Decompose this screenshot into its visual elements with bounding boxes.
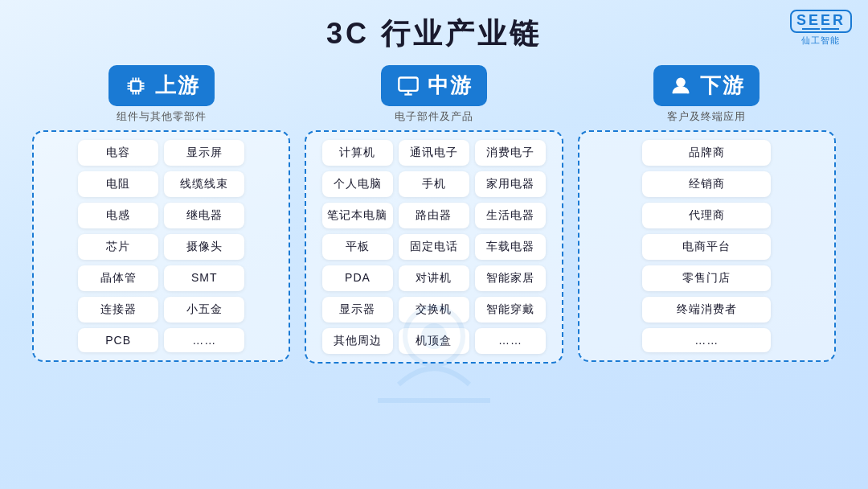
svg-point-20 — [678, 78, 685, 85]
midstream-row-3: 平板 固定电话 车载电器 — [314, 234, 553, 260]
midstream-row-1: 个人电脑 手机 家用电器 — [314, 171, 553, 197]
downstream-subtitle: 客户及终端应用 — [667, 109, 746, 124]
midstream-title: 中游 — [428, 72, 473, 100]
upstream-row-4: 晶体管 SMT — [42, 265, 280, 291]
list-item: 家用电器 — [475, 171, 546, 197]
seer-bars — [802, 28, 839, 30]
list-item: …… — [164, 328, 244, 352]
list-item: 消费电子 — [475, 140, 546, 166]
upstream-grid: 电容 显示屏 电阻 线缆线束 电感 继电器 芯片 摄像头 晶体管 SMT — [42, 140, 280, 352]
upstream-row-0: 电容 显示屏 — [42, 140, 280, 166]
list-item: 终端消费者 — [642, 297, 771, 323]
downstream-row-4: 零售门店 — [588, 265, 826, 291]
upstream-row-1: 电阻 线缆线束 — [42, 171, 280, 197]
svg-point-1 — [421, 323, 447, 349]
upstream-row-2: 电感 继电器 — [42, 203, 280, 228]
list-item: 路由器 — [399, 203, 469, 228]
downstream-row-6: …… — [588, 328, 826, 352]
main-title: 3C 行业产业链 — [0, 0, 868, 54]
list-item: 晶体管 — [78, 265, 158, 291]
list-item: 继电器 — [164, 203, 244, 228]
downstream-card: 品牌商 经销商 代理商 电商平台 零售门店 终端消费者 …… — [578, 130, 836, 362]
seer-bar-2 — [821, 28, 839, 30]
upstream-title: 上游 — [155, 72, 200, 100]
list-item: 连接器 — [78, 297, 158, 323]
upstream-column: 上游 组件与其他零部件 电容 显示屏 电阻 线缆线束 电感 继电器 芯片 — [32, 65, 290, 364]
list-item: 显示屏 — [164, 140, 244, 166]
list-item: PCB — [78, 328, 158, 352]
list-item: 电阻 — [78, 171, 158, 197]
downstream-row-3: 电商平台 — [588, 234, 826, 260]
upstream-row-6: PCB …… — [42, 328, 280, 352]
list-item: 电容 — [78, 140, 158, 166]
upstream-card: 电容 显示屏 电阻 线缆线束 电感 继电器 芯片 摄像头 晶体管 SMT — [32, 130, 290, 362]
list-item: 电商平台 — [642, 234, 771, 260]
list-item: 品牌商 — [642, 140, 771, 166]
list-item: 手机 — [399, 171, 469, 197]
upstream-subtitle: 组件与其他零部件 — [117, 109, 207, 124]
upstream-header: 上游 — [108, 65, 215, 106]
downstream-row-5: 终端消费者 — [588, 297, 826, 323]
svg-rect-4 — [132, 82, 139, 89]
person-icon — [668, 73, 694, 99]
midstream-row-0: 计算机 通讯电子 消费电子 — [314, 140, 553, 166]
downstream-row-2: 代理商 — [588, 203, 826, 228]
list-item: 摄像头 — [164, 234, 244, 260]
downstream-row-0: 品牌商 — [588, 140, 826, 166]
list-item: 笔记本电脑 — [322, 203, 393, 228]
downstream-grid: 品牌商 经销商 代理商 电商平台 零售门店 终端消费者 …… — [588, 140, 826, 352]
list-item: 个人电脑 — [322, 171, 393, 197]
downstream-title: 下游 — [700, 72, 745, 100]
list-item: 固定电话 — [399, 234, 469, 260]
list-item: 电感 — [78, 203, 158, 228]
downstream-header: 下游 — [653, 65, 760, 106]
chip-icon — [123, 73, 149, 99]
list-item: 芯片 — [78, 234, 158, 260]
list-item: 生活电器 — [475, 203, 546, 228]
list-item: 零售门店 — [642, 265, 771, 291]
list-item: 通讯电子 — [399, 140, 469, 166]
downstream-column: 下游 客户及终端应用 品牌商 经销商 代理商 电商平台 零售门店 — [578, 65, 836, 364]
list-item: 经销商 — [642, 171, 771, 197]
list-item: 小五金 — [164, 297, 244, 323]
watermark — [313, 280, 555, 441]
monitor-icon — [395, 73, 421, 99]
list-item: 平板 — [322, 234, 393, 260]
list-item: …… — [642, 328, 771, 352]
midstream-row-2: 笔记本电脑 路由器 生活电器 — [314, 203, 553, 228]
list-item: 计算机 — [322, 140, 393, 166]
list-item: 线缆线束 — [164, 171, 244, 197]
midstream-header: 中游 — [381, 65, 487, 106]
list-item: SMT — [164, 265, 244, 291]
svg-rect-17 — [399, 77, 417, 90]
seer-bar-1 — [802, 28, 820, 30]
seer-text: SEER — [796, 13, 845, 27]
list-item: 代理商 — [642, 203, 771, 228]
upstream-row-5: 连接器 小五金 — [42, 297, 280, 323]
logo: SEER 仙工智能 — [790, 10, 852, 47]
list-item: 车载电器 — [475, 234, 546, 260]
upstream-row-3: 芯片 摄像头 — [42, 234, 280, 260]
logo-cn: 仙工智能 — [801, 35, 840, 47]
downstream-row-1: 经销商 — [588, 171, 826, 197]
seer-logo-box: SEER — [790, 10, 852, 33]
midstream-subtitle: 电子部件及产品 — [395, 109, 473, 124]
